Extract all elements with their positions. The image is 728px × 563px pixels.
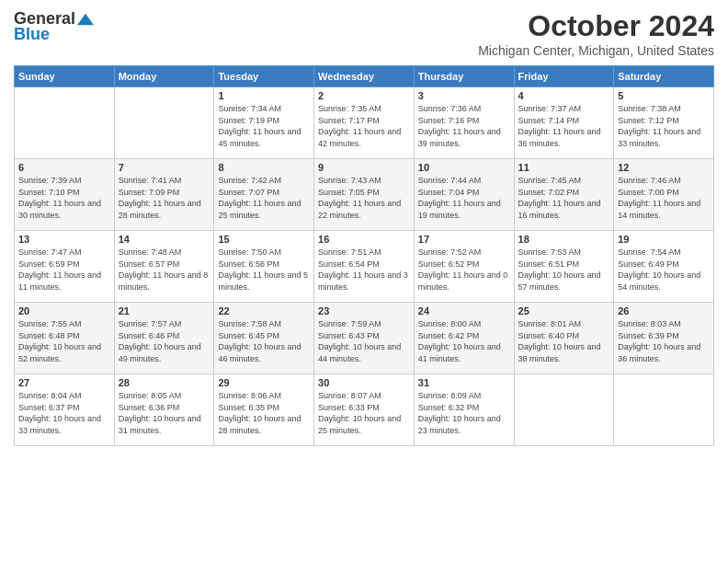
- day-number: 15: [218, 234, 310, 245]
- calendar-cell: 24Sunrise: 8:00 AM Sunset: 6:42 PM Dayli…: [414, 303, 514, 374]
- calendar-cell: 7Sunrise: 7:41 AM Sunset: 7:09 PM Daylig…: [114, 159, 214, 231]
- day-detail: Sunrise: 7:47 AM Sunset: 6:59 PM Dayligh…: [18, 247, 110, 293]
- calendar-cell: [614, 374, 714, 446]
- day-detail: Sunrise: 7:35 AM Sunset: 7:17 PM Dayligh…: [318, 103, 410, 149]
- day-number: 12: [618, 162, 710, 173]
- svg-marker-0: [77, 13, 94, 25]
- day-detail: Sunrise: 8:03 AM Sunset: 6:39 PM Dayligh…: [618, 318, 710, 364]
- day-detail: Sunrise: 7:45 AM Sunset: 7:02 PM Dayligh…: [518, 175, 610, 221]
- calendar-week-1: 1Sunrise: 7:34 AM Sunset: 7:19 PM Daylig…: [15, 87, 714, 159]
- day-number: 28: [119, 377, 210, 388]
- calendar-cell: 18Sunrise: 7:53 AM Sunset: 6:51 PM Dayli…: [514, 231, 614, 303]
- column-header-saturday: Saturday: [614, 66, 714, 87]
- day-detail: Sunrise: 8:04 AM Sunset: 6:37 PM Dayligh…: [18, 390, 110, 436]
- logo: General Blue: [14, 9, 94, 44]
- calendar-cell: 17Sunrise: 7:52 AM Sunset: 6:52 PM Dayli…: [414, 231, 514, 303]
- day-detail: Sunrise: 7:39 AM Sunset: 7:10 PM Dayligh…: [18, 175, 110, 221]
- day-number: 18: [518, 234, 610, 245]
- calendar-cell: 27Sunrise: 8:04 AM Sunset: 6:37 PM Dayli…: [15, 374, 115, 446]
- calendar-cell: 10Sunrise: 7:44 AM Sunset: 7:04 PM Dayli…: [414, 159, 514, 231]
- day-detail: Sunrise: 7:54 AM Sunset: 6:49 PM Dayligh…: [618, 247, 710, 293]
- calendar-cell: [15, 87, 115, 159]
- calendar-cell: 25Sunrise: 8:01 AM Sunset: 6:40 PM Dayli…: [514, 303, 614, 374]
- day-detail: Sunrise: 8:07 AM Sunset: 6:33 PM Dayligh…: [318, 390, 410, 436]
- calendar-week-5: 27Sunrise: 8:04 AM Sunset: 6:37 PM Dayli…: [15, 374, 714, 446]
- day-detail: Sunrise: 8:09 AM Sunset: 6:32 PM Dayligh…: [418, 390, 510, 436]
- calendar-cell: 3Sunrise: 7:36 AM Sunset: 7:16 PM Daylig…: [414, 87, 514, 159]
- calendar-cell: 4Sunrise: 7:37 AM Sunset: 7:14 PM Daylig…: [514, 87, 614, 159]
- day-detail: Sunrise: 7:53 AM Sunset: 6:51 PM Dayligh…: [518, 247, 610, 293]
- day-detail: Sunrise: 7:50 AM Sunset: 6:56 PM Dayligh…: [218, 247, 310, 293]
- calendar-cell: 20Sunrise: 7:55 AM Sunset: 6:48 PM Dayli…: [15, 303, 115, 374]
- day-number: 27: [18, 377, 110, 388]
- day-number: 30: [318, 377, 410, 388]
- logo-icon: [77, 13, 94, 26]
- calendar-table: SundayMondayTuesdayWednesdayThursdayFrid…: [14, 65, 714, 446]
- column-header-thursday: Thursday: [414, 66, 514, 87]
- calendar-cell: 1Sunrise: 7:34 AM Sunset: 7:19 PM Daylig…: [214, 87, 314, 159]
- day-detail: Sunrise: 7:51 AM Sunset: 6:54 PM Dayligh…: [318, 247, 410, 293]
- day-number: 7: [119, 162, 210, 173]
- calendar-cell: 11Sunrise: 7:45 AM Sunset: 7:02 PM Dayli…: [514, 159, 614, 231]
- day-detail: Sunrise: 7:59 AM Sunset: 6:43 PM Dayligh…: [318, 318, 410, 364]
- calendar-cell: 19Sunrise: 7:54 AM Sunset: 6:49 PM Dayli…: [614, 231, 714, 303]
- column-header-wednesday: Wednesday: [314, 66, 415, 87]
- day-detail: Sunrise: 8:01 AM Sunset: 6:40 PM Dayligh…: [518, 318, 610, 364]
- day-detail: Sunrise: 7:58 AM Sunset: 6:45 PM Dayligh…: [218, 318, 310, 364]
- day-number: 5: [618, 90, 710, 101]
- calendar-cell: 15Sunrise: 7:50 AM Sunset: 6:56 PM Dayli…: [214, 231, 314, 303]
- column-header-sunday: Sunday: [15, 66, 115, 87]
- day-detail: Sunrise: 7:57 AM Sunset: 6:46 PM Dayligh…: [119, 318, 210, 364]
- day-number: 2: [318, 90, 410, 101]
- calendar-cell: 22Sunrise: 7:58 AM Sunset: 6:45 PM Dayli…: [214, 303, 314, 374]
- day-detail: Sunrise: 7:38 AM Sunset: 7:12 PM Dayligh…: [618, 103, 710, 149]
- calendar-cell: 13Sunrise: 7:47 AM Sunset: 6:59 PM Dayli…: [15, 231, 115, 303]
- day-detail: Sunrise: 7:46 AM Sunset: 7:00 PM Dayligh…: [618, 175, 710, 221]
- calendar-cell: 29Sunrise: 8:06 AM Sunset: 6:35 PM Dayli…: [214, 374, 314, 446]
- day-number: 23: [318, 305, 410, 316]
- column-header-monday: Monday: [114, 66, 214, 87]
- calendar-header-row: SundayMondayTuesdayWednesdayThursdayFrid…: [15, 66, 714, 87]
- calendar-cell: 16Sunrise: 7:51 AM Sunset: 6:54 PM Dayli…: [314, 231, 415, 303]
- title-block: October 2024 Michigan Center, Michigan, …: [478, 9, 714, 58]
- day-detail: Sunrise: 8:06 AM Sunset: 6:35 PM Dayligh…: [218, 390, 310, 436]
- day-number: 26: [618, 305, 710, 316]
- day-detail: Sunrise: 8:00 AM Sunset: 6:42 PM Dayligh…: [418, 318, 510, 364]
- calendar-cell: 5Sunrise: 7:38 AM Sunset: 7:12 PM Daylig…: [614, 87, 714, 159]
- day-number: 24: [418, 305, 510, 316]
- location-text: Michigan Center, Michigan, United States: [478, 43, 714, 58]
- calendar-page: General Blue October 2024 Michigan Cente…: [0, 0, 728, 563]
- day-number: 13: [18, 234, 110, 245]
- day-detail: Sunrise: 7:44 AM Sunset: 7:04 PM Dayligh…: [418, 175, 510, 221]
- calendar-cell: 9Sunrise: 7:43 AM Sunset: 7:05 PM Daylig…: [314, 159, 415, 231]
- calendar-week-2: 6Sunrise: 7:39 AM Sunset: 7:10 PM Daylig…: [15, 159, 714, 231]
- day-number: 14: [119, 234, 210, 245]
- day-detail: Sunrise: 7:42 AM Sunset: 7:07 PM Dayligh…: [218, 175, 310, 221]
- calendar-cell: 28Sunrise: 8:05 AM Sunset: 6:36 PM Dayli…: [114, 374, 214, 446]
- calendar-week-4: 20Sunrise: 7:55 AM Sunset: 6:48 PM Dayli…: [15, 303, 714, 374]
- day-detail: Sunrise: 7:34 AM Sunset: 7:19 PM Dayligh…: [218, 103, 310, 149]
- day-detail: Sunrise: 7:48 AM Sunset: 6:57 PM Dayligh…: [119, 247, 210, 293]
- day-number: 11: [518, 162, 610, 173]
- day-number: 1: [218, 90, 310, 101]
- day-number: 25: [518, 305, 610, 316]
- day-detail: Sunrise: 7:52 AM Sunset: 6:52 PM Dayligh…: [418, 247, 510, 293]
- calendar-cell: [114, 87, 214, 159]
- calendar-cell: 23Sunrise: 7:59 AM Sunset: 6:43 PM Dayli…: [314, 303, 415, 374]
- day-detail: Sunrise: 8:05 AM Sunset: 6:36 PM Dayligh…: [119, 390, 210, 436]
- calendar-cell: 21Sunrise: 7:57 AM Sunset: 6:46 PM Dayli…: [114, 303, 214, 374]
- calendar-week-3: 13Sunrise: 7:47 AM Sunset: 6:59 PM Dayli…: [15, 231, 714, 303]
- day-number: 10: [418, 162, 510, 173]
- month-title: October 2024: [478, 9, 714, 43]
- calendar-cell: 8Sunrise: 7:42 AM Sunset: 7:07 PM Daylig…: [214, 159, 314, 231]
- column-header-friday: Friday: [514, 66, 614, 87]
- day-number: 8: [218, 162, 310, 173]
- calendar-cell: 6Sunrise: 7:39 AM Sunset: 7:10 PM Daylig…: [15, 159, 115, 231]
- calendar-cell: 14Sunrise: 7:48 AM Sunset: 6:57 PM Dayli…: [114, 231, 214, 303]
- page-header: General Blue October 2024 Michigan Cente…: [14, 9, 714, 58]
- calendar-cell: 12Sunrise: 7:46 AM Sunset: 7:00 PM Dayli…: [614, 159, 714, 231]
- calendar-cell: 2Sunrise: 7:35 AM Sunset: 7:17 PM Daylig…: [314, 87, 415, 159]
- day-detail: Sunrise: 7:41 AM Sunset: 7:09 PM Dayligh…: [119, 175, 210, 221]
- calendar-cell: 31Sunrise: 8:09 AM Sunset: 6:32 PM Dayli…: [414, 374, 514, 446]
- day-number: 19: [618, 234, 710, 245]
